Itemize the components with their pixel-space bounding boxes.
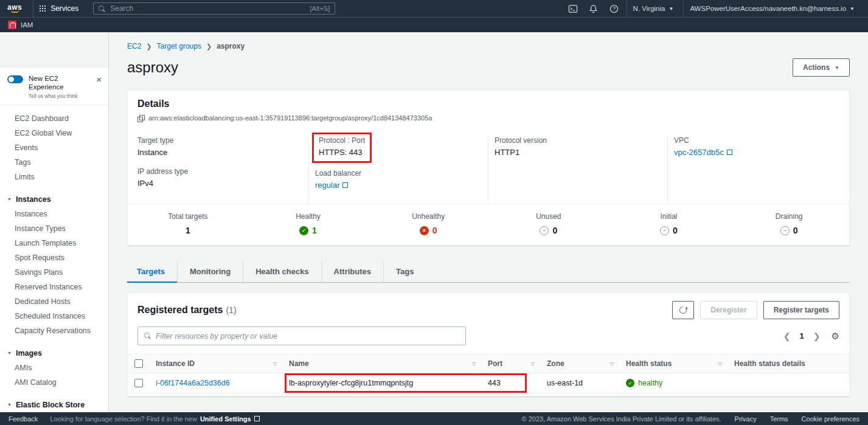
account-caret-icon: ▼ — [850, 6, 855, 12]
sort-icon[interactable]: ▽ — [718, 361, 722, 367]
iam-label: IAM — [21, 21, 33, 29]
filter-input[interactable] — [156, 332, 459, 340]
tab-health-checks[interactable]: Health checks — [243, 261, 321, 282]
target-group-arn: arn:aws:elasticloadbalancing:us-east-1:3… — [148, 114, 432, 122]
sidebar-item-amis[interactable]: AMIs — [0, 361, 108, 375]
field-load-balancer: Load balancer regular — [315, 169, 481, 190]
sidebar-section-images[interactable]: ▼ Images — [0, 346, 108, 361]
sidebar-item-reserved-instances[interactable]: Reserved Instances — [0, 280, 108, 294]
tab-targets[interactable]: Targets — [127, 261, 177, 282]
sidebar-item-instance-types[interactable]: Instance Types — [0, 221, 108, 236]
highlight-box-protocol-port: Protocol : Port HTTPS: 443 — [312, 133, 372, 163]
main-content: EC2 ❯ Target groups ❯ asproxy asproxy Ac… — [109, 32, 868, 412]
sidebar-item-tags[interactable]: Tags — [0, 155, 108, 170]
services-grid-icon — [40, 5, 46, 12]
breadcrumb-target-groups[interactable]: Target groups — [157, 42, 201, 50]
sort-icon[interactable]: ▽ — [531, 361, 535, 367]
region-selector[interactable]: N. Virginia ▼ — [627, 0, 680, 17]
breadcrumb-ec2[interactable]: EC2 — [127, 42, 141, 50]
table-settings-gear-icon[interactable]: ⚙ — [832, 331, 839, 342]
cloudshell-button[interactable] — [564, 0, 582, 17]
sort-icon[interactable]: ▽ — [610, 361, 614, 367]
pagination-next-icon[interactable]: ❯ — [813, 332, 821, 340]
chevron-down-icon: ▼ — [7, 403, 12, 407]
pagination-prev-icon[interactable]: ❮ — [783, 332, 791, 340]
refresh-icon — [678, 305, 689, 316]
field-protocol-port: Protocol : Port HTTPS: 443 — [319, 136, 365, 157]
sidebar-item-savings-plans[interactable]: Savings Plans — [0, 265, 108, 280]
sidebar-item-ec2-dashboard[interactable]: EC2 Dashboard — [0, 111, 108, 126]
region-label: N. Virginia — [633, 5, 665, 12]
region-caret-icon: ▼ — [668, 6, 673, 12]
new-experience-subtitle[interactable]: Tell us what you think — [29, 93, 89, 99]
feedback-link[interactable]: Feedback — [9, 415, 38, 423]
global-search-bar[interactable]: [Alt+S] — [93, 2, 335, 15]
target-name: lb-asproxytyler-cfcg8jru1tmmqpntsjtg — [289, 379, 413, 387]
sidebar-item-limits[interactable]: Limits — [0, 170, 108, 184]
sidebar-section-instances[interactable]: ▼ Instances — [0, 192, 108, 207]
copy-icon[interactable] — [137, 115, 144, 122]
healthy-check-icon: ✓ — [626, 379, 634, 387]
tab-monitoring[interactable]: Monitoring — [177, 261, 243, 282]
services-label: Services — [50, 4, 78, 13]
breadcrumb: EC2 ❯ Target groups ❯ asproxy — [127, 42, 850, 50]
search-icon — [144, 333, 151, 339]
actions-button[interactable]: Actions ▼ — [793, 58, 850, 77]
services-menu-button[interactable]: Services — [33, 0, 85, 17]
sidebar-section-elastic-block-store[interactable]: ▼ Elastic Block Store — [0, 398, 108, 412]
favorite-iam[interactable]: IAM — [8, 21, 33, 29]
account-menu[interactable]: AWSPowerUserAccess/navaneeth.kn@harness.… — [683, 0, 861, 17]
new-experience-toggle[interactable] — [7, 75, 23, 83]
account-label: AWSPowerUserAccess/navaneeth.kn@harness.… — [690, 5, 846, 12]
close-icon[interactable]: × — [96, 76, 102, 83]
details-title: Details — [137, 98, 169, 109]
filter-input-box[interactable] — [137, 327, 466, 345]
aws-logo-smile — [11, 10, 19, 13]
arn-row: arn:aws:elasticloadbalancing:us-east-1:3… — [128, 111, 849, 128]
aws-logo-text: aws — [7, 4, 22, 10]
table-row: i-06f1744a6a25d36d6 lb-asproxytyler-cfcg… — [128, 373, 849, 393]
sidebar-item-ec2-global-view[interactable]: EC2 Global View — [0, 126, 108, 140]
notifications-bell-icon[interactable] — [585, 0, 602, 17]
stat-unhealthy: Unhealthy × 0 — [368, 204, 488, 245]
terms-link[interactable]: Terms — [770, 415, 788, 423]
column-instance-id: Instance ID — [156, 359, 195, 368]
sidebar-item-dedicated-hosts[interactable]: Dedicated Hosts — [0, 294, 108, 309]
row-checkbox[interactable] — [134, 379, 143, 387]
external-link-icon — [342, 182, 348, 188]
register-targets-button[interactable]: Register targets — [763, 301, 839, 319]
refresh-button[interactable] — [672, 301, 694, 319]
sort-icon[interactable]: ▽ — [273, 361, 277, 367]
registered-targets-title: Registered targets — [137, 305, 223, 316]
sidebar-item-events[interactable]: Events — [0, 140, 108, 155]
tab-tags[interactable]: Tags — [383, 261, 426, 282]
global-search-input[interactable] — [110, 4, 305, 13]
stat-healthy: Healthy ✓ 1 — [248, 204, 369, 245]
sort-icon[interactable]: ▽ — [472, 361, 476, 367]
sidebar-item-spot-requests[interactable]: Spot Requests — [0, 251, 108, 265]
help-icon[interactable]: ? — [606, 0, 623, 17]
select-all-checkbox[interactable] — [134, 359, 143, 368]
sidebar-item-capacity-reservations[interactable]: Capacity Reservations — [0, 323, 108, 338]
vpc-link[interactable]: vpc-2657db5c — [674, 148, 732, 157]
instance-id-link[interactable]: i-06f1744a6a25d36d6 — [156, 379, 230, 387]
stat-unused: Unused − 0 — [488, 204, 609, 245]
tab-attributes[interactable]: Attributes — [321, 261, 383, 282]
draining-minus-icon: − — [780, 226, 790, 235]
sidebar-item-scheduled-instances[interactable]: Scheduled Instances — [0, 309, 108, 323]
cookie-preferences-link[interactable]: Cookie preferences — [802, 415, 859, 423]
sidebar-nav-list: EC2 Dashboard EC2 Global View Events Tag… — [0, 105, 108, 412]
column-zone: Zone — [547, 359, 564, 368]
page-title: asproxy — [127, 59, 178, 76]
pagination-page-1[interactable]: 1 — [800, 331, 804, 340]
unified-settings-link[interactable]: Unified Settings — [200, 415, 260, 423]
aws-logo[interactable]: aws — [7, 4, 22, 13]
sidebar-item-instances[interactable]: Instances — [0, 207, 108, 221]
privacy-link[interactable]: Privacy — [735, 415, 757, 423]
sidebar-item-ami-catalog[interactable]: AMI Catalog — [0, 375, 108, 390]
new-experience-title: New EC2 Experience — [29, 74, 89, 92]
deregister-button[interactable]: Deregister — [700, 301, 757, 319]
search-shortcut-hint: [Alt+S] — [310, 5, 330, 12]
sidebar-item-launch-templates[interactable]: Launch Templates — [0, 236, 108, 251]
load-balancer-link[interactable]: regular — [315, 181, 348, 190]
